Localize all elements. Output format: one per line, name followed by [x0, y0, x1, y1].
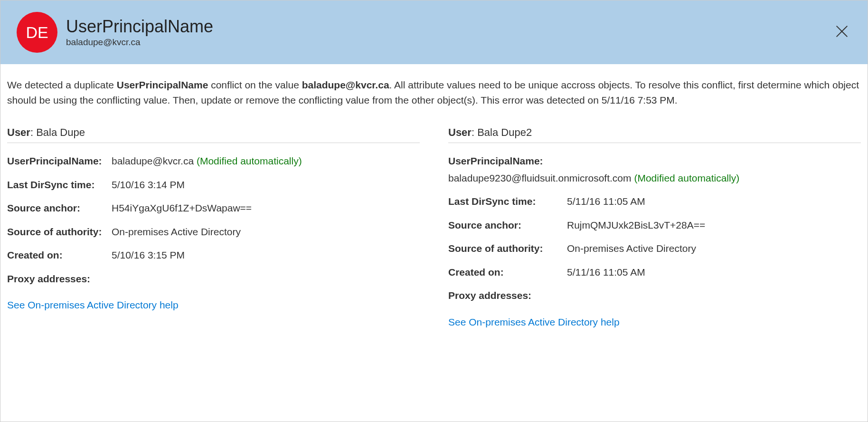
desc-mid: conflict on the value	[208, 79, 302, 90]
label-source-anchor: Source anchor:	[448, 218, 567, 233]
dialog-title: UserPrincipalName	[66, 17, 213, 36]
help-link[interactable]: See On-premises Active Directory help	[448, 316, 620, 328]
user-label: User	[7, 126, 30, 138]
row-source-authority: Source of authority: On-premises Active …	[7, 224, 420, 240]
value-upn: baladupe@kvcr.ca	[112, 155, 194, 166]
label-upn: UserPrincipalName:	[7, 153, 112, 169]
header-text: UserPrincipalName baladupe@kvcr.ca	[66, 17, 213, 48]
dialog-header: DE UserPrincipalName baladupe@kvcr.ca	[0, 0, 868, 64]
desc-value: baladupe@kvcr.ca	[302, 79, 389, 90]
row-source-anchor: Source anchor: RujmQMJUxk2BisL3vT+28A==	[448, 218, 861, 233]
row-source-anchor: Source anchor: H54iYgaXgU6f1Z+DsWapaw==	[7, 201, 420, 216]
label-last-dirsync: Last DirSync time:	[7, 177, 112, 192]
label-created-on: Created on:	[7, 248, 112, 263]
dialog-subtitle: baladupe@kvcr.ca	[66, 37, 213, 48]
close-button[interactable]	[832, 23, 851, 42]
row-source-authority: Source of authority: On-premises Active …	[448, 241, 861, 256]
value-source-authority: On-premises Active Directory	[112, 224, 420, 240]
row-proxy-addresses: Proxy addresses:	[448, 288, 861, 303]
upn-modified-note: (Modified automatically)	[634, 173, 739, 183]
user-name: Bala Dupe	[36, 126, 85, 138]
value-source-anchor: RujmQMJUxk2BisL3vT+28A==	[567, 218, 861, 233]
upn-modified-note: (Modified automatically)	[197, 155, 302, 166]
value-upn: baladupe9230@fluidsuit.onmicrosoft.com	[448, 173, 632, 183]
row-last-dirsync: Last DirSync time: 5/11/16 11:05 AM	[448, 194, 861, 209]
conflict-description: We detected a duplicate UserPrincipalNam…	[7, 77, 861, 107]
row-upn: UserPrincipalName: baladupe@kvcr.ca (Mod…	[7, 153, 420, 169]
value-source-anchor: H54iYgaXgU6f1Z+DsWapaw==	[112, 201, 420, 216]
user-column-1: User: Bala Dupe UserPrincipalName: balad…	[7, 126, 420, 328]
row-proxy-addresses: Proxy addresses:	[7, 271, 420, 287]
user-heading: User: Bala Dupe	[7, 126, 420, 143]
label-proxy-addresses: Proxy addresses:	[448, 288, 567, 303]
avatar-initials: DE	[26, 23, 48, 42]
desc-attribute: UserPrincipalName	[117, 79, 208, 90]
help-link[interactable]: See On-premises Active Directory help	[7, 299, 179, 311]
avatar: DE	[17, 12, 57, 53]
label-source-anchor: Source anchor:	[7, 201, 112, 216]
value-source-authority: On-premises Active Directory	[567, 241, 861, 256]
close-icon	[836, 25, 848, 40]
user-column-2: User: Bala Dupe2 UserPrincipalName: bala…	[448, 126, 861, 328]
desc-pre: We detected a duplicate	[7, 79, 117, 90]
row-last-dirsync: Last DirSync time: 5/10/16 3:14 PM	[7, 177, 420, 192]
value-last-dirsync: 5/10/16 3:14 PM	[112, 177, 420, 192]
dialog-body: We detected a duplicate UserPrincipalNam…	[0, 64, 868, 422]
label-last-dirsync: Last DirSync time:	[448, 194, 567, 209]
label-created-on: Created on:	[448, 265, 567, 280]
user-name: Bala Dupe2	[477, 126, 532, 138]
label-source-authority: Source of authority:	[448, 241, 567, 256]
label-source-authority: Source of authority:	[7, 224, 112, 240]
value-last-dirsync: 5/11/16 11:05 AM	[567, 194, 861, 209]
value-created-on: 5/10/16 3:15 PM	[112, 248, 420, 263]
user-heading: User: Bala Dupe2	[448, 126, 861, 143]
row-upn: UserPrincipalName: baladupe9230@fluidsui…	[448, 153, 861, 185]
row-created-on: Created on: 5/10/16 3:15 PM	[7, 248, 420, 263]
label-upn: UserPrincipalName:	[448, 153, 861, 169]
conflict-dialog: DE UserPrincipalName baladupe@kvcr.ca We…	[0, 0, 868, 422]
user-label: User	[448, 126, 472, 138]
value-created-on: 5/11/16 11:05 AM	[567, 265, 861, 280]
label-proxy-addresses: Proxy addresses:	[7, 271, 112, 287]
user-columns: User: Bala Dupe UserPrincipalName: balad…	[7, 126, 861, 328]
row-created-on: Created on: 5/11/16 11:05 AM	[448, 265, 861, 280]
